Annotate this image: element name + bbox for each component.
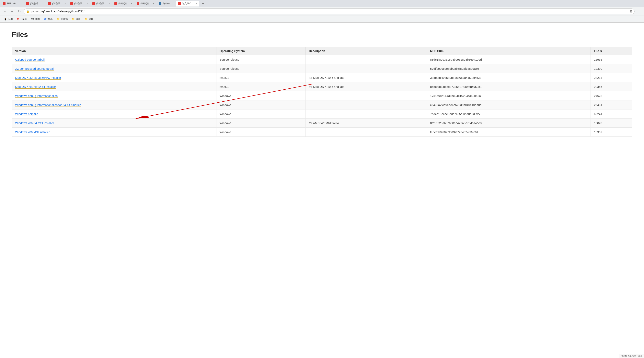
row-6-md5: 7bc4e15ecae8ede7c85e122f0a6d5f27 bbox=[427, 109, 591, 119]
row-1-size: 12390 bbox=[591, 64, 632, 73]
tab-3-close[interactable]: ✕ bbox=[64, 2, 66, 5]
tab-6-close[interactable]: ✕ bbox=[130, 2, 132, 5]
tab-5-favicon bbox=[92, 2, 95, 5]
bookmark-pude-icon: 📁 bbox=[56, 18, 59, 21]
tab-1[interactable]: ERR! sta... ✕ bbox=[1, 1, 24, 7]
row-8-link[interactable]: Windows x86 MSI installer bbox=[15, 130, 50, 134]
row-3-link[interactable]: Mac OS X 64-bit/32-bit installer bbox=[15, 85, 56, 89]
row-7-md5: 8fa13925db87638aa472a3e794ca4ee3 bbox=[427, 119, 591, 128]
bookmark-apps-label: 应用 bbox=[8, 17, 13, 21]
row-2-os: macOS bbox=[216, 73, 306, 82]
row-2-version: Mac OS X 32-bit i386/PPC installer bbox=[12, 73, 216, 82]
tab-1-favicon bbox=[3, 2, 6, 5]
row-1-os: Source release bbox=[216, 64, 306, 73]
row-6-link[interactable]: Windows help file bbox=[15, 112, 38, 116]
row-8-os: Windows bbox=[216, 128, 306, 137]
table-header: Version Operating System Description MD5… bbox=[12, 47, 632, 55]
bookmark-jinxiu[interactable]: 📁 进修 bbox=[83, 17, 95, 22]
row-8-size: 18907 bbox=[591, 128, 632, 137]
reload-button[interactable]: ↻ bbox=[16, 9, 22, 14]
table-row: Windows help file Windows 7bc4e15ecae8ed… bbox=[12, 109, 632, 119]
row-5-os: Windows bbox=[216, 100, 306, 109]
tab-4[interactable]: (58杂消... ✕ bbox=[68, 1, 90, 7]
page-content: Files Version Operating System Descripti… bbox=[0, 23, 644, 144]
tab-9-close[interactable]: ✕ bbox=[196, 2, 197, 5]
grid-icon: ⊞ bbox=[630, 10, 632, 13]
bookmark-jinxiu-icon: 📁 bbox=[85, 18, 88, 21]
tab-2-close[interactable]: ✕ bbox=[42, 2, 44, 5]
row-2-md5: 3adbedcc935a0db1ab08aa41f3ec4e33 bbox=[427, 73, 591, 82]
table-row: XZ compressed source tarball Source rele… bbox=[12, 64, 632, 73]
tab-6-label: (58杂消... bbox=[118, 2, 128, 5]
tab-5-close[interactable]: ✕ bbox=[108, 2, 110, 5]
tab-bar: ERR! sta... ✕ (58杂消... ✕ (58杂消... ✕ (58杂… bbox=[0, 0, 644, 7]
bookmark-apps[interactable]: 📱 应用 bbox=[2, 17, 14, 22]
tab-6[interactable]: (58杂消... ✕ bbox=[112, 1, 134, 7]
table-row: Windows debug information files for 64-b… bbox=[12, 100, 632, 109]
bookmarks-bar: 📱 应用 M Gmail 🗺 地图 译 翻译 📁 普德施 📁 铁塔 📁 进修 bbox=[0, 16, 644, 23]
tab-2[interactable]: (58杂消... ✕ bbox=[24, 1, 46, 7]
row-3-size: 22355 bbox=[591, 82, 632, 91]
bookmark-maps-icon: 🗺 bbox=[31, 18, 34, 21]
address-bar[interactable]: 🔒 python.org/downloads/release/python-27… bbox=[24, 9, 634, 14]
forward-button[interactable]: → bbox=[10, 9, 15, 14]
row-0-size: 16935 bbox=[591, 55, 632, 64]
back-button[interactable]: ← bbox=[2, 9, 8, 14]
lock-icon: 🔒 bbox=[26, 10, 29, 13]
tab-4-close[interactable]: ✕ bbox=[86, 2, 88, 5]
row-1-version: XZ compressed source tarball bbox=[12, 64, 216, 73]
tab-5-label: (58杂消... bbox=[96, 2, 106, 5]
tab-7[interactable]: (58杂消... ✕ bbox=[135, 1, 156, 7]
tab-3-label: (58杂消... bbox=[52, 2, 62, 5]
bookmark-jinxiu-label: 进修 bbox=[88, 17, 94, 21]
bookmark-translate[interactable]: 译 翻译 bbox=[42, 17, 54, 22]
row-5-link[interactable]: Windows debug information files for 64-b… bbox=[15, 103, 81, 107]
row-5-desc bbox=[306, 100, 427, 109]
row-7-size: 19820 bbox=[591, 119, 632, 128]
col-md5: MD5 Sum bbox=[427, 47, 591, 55]
bookmark-tieta[interactable]: 📁 铁塔 bbox=[70, 17, 82, 22]
tab-8-close[interactable]: ✕ bbox=[172, 2, 174, 5]
tab-8[interactable]: P Python ✕ bbox=[157, 1, 176, 7]
tab-5[interactable]: (58杂消... ✕ bbox=[90, 1, 112, 7]
col-description: Description bbox=[306, 47, 427, 55]
row-7-version: Windows x86-64 MSI installer bbox=[12, 119, 216, 128]
row-3-version: Mac OS X 64-bit/32-bit installer bbox=[12, 82, 216, 91]
row-0-link[interactable]: Gzipped source tarball bbox=[15, 58, 44, 61]
table-body: Gzipped source tarball Source release 88… bbox=[12, 55, 632, 137]
files-table: Version Operating System Description MD5… bbox=[12, 47, 632, 137]
row-7-link[interactable]: Windows x86-64 MSI installer bbox=[15, 121, 54, 125]
bookmark-gmail-icon: M bbox=[17, 18, 20, 21]
tab-3[interactable]: (58杂消... ✕ bbox=[46, 1, 68, 7]
row-1-link[interactable]: XZ compressed source tarball bbox=[15, 67, 54, 71]
row-1-md5: 57dffcee9cee8bb2ab5f82af1d8e9a69 bbox=[427, 64, 591, 73]
table-row: Windows x86 MSI installer Windows fe0ef5… bbox=[12, 128, 632, 137]
browser-chrome: ERR! sta... ✕ (58杂消... ✕ (58杂消... ✕ (58杂… bbox=[0, 0, 644, 23]
new-tab-button[interactable]: + bbox=[200, 1, 206, 6]
row-4-link[interactable]: Windows debug information files bbox=[15, 94, 58, 98]
bookmark-tieta-icon: 📁 bbox=[72, 18, 75, 21]
row-2-size: 24214 bbox=[591, 73, 632, 82]
bookmark-gmail[interactable]: M Gmail bbox=[15, 17, 29, 21]
bookmark-maps[interactable]: 🗺 地图 bbox=[30, 17, 42, 22]
row-8-desc bbox=[306, 128, 427, 137]
tab-1-label: ERR! sta... bbox=[7, 2, 18, 5]
row-7-os: Windows bbox=[216, 119, 306, 128]
tab-8-favicon: P bbox=[159, 2, 162, 5]
bookmark-pude[interactable]: 📁 普德施 bbox=[55, 17, 70, 22]
bookmark-apps-icon: 📱 bbox=[4, 18, 7, 21]
tab-7-close[interactable]: ✕ bbox=[152, 2, 154, 5]
row-4-version: Windows debug information files bbox=[12, 91, 216, 100]
tab-9[interactable]: 与文章-C... ✕ bbox=[176, 1, 199, 7]
profile-button[interactable]: ⋮ bbox=[636, 9, 642, 14]
col-os: Operating System bbox=[216, 47, 306, 55]
row-2-link[interactable]: Mac OS X 32-bit i386/PPC installer bbox=[15, 76, 61, 80]
row-6-size: 62241 bbox=[591, 109, 632, 119]
tab-1-close[interactable]: ✕ bbox=[20, 2, 22, 5]
bookmark-maps-label: 地图 bbox=[35, 17, 40, 21]
row-6-os: Windows bbox=[216, 109, 306, 119]
row-8-md5: fe0ef5b8fd02722f32f7284324934f9d bbox=[427, 128, 591, 137]
row-2-desc: for Mac OS X 10.5 and later bbox=[306, 73, 427, 82]
bookmark-translate-icon: 译 bbox=[44, 18, 46, 21]
toolbar: ← → ↻ 🔒 python.org/downloads/release/pyt… bbox=[0, 7, 644, 16]
